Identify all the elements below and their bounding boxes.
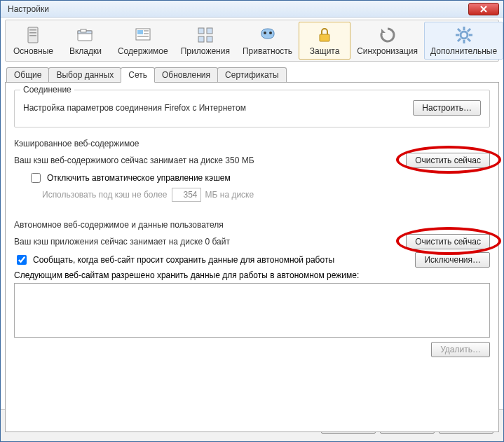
clear-offline-button[interactable]: Очистить сейчас	[406, 234, 490, 249]
override-cache-checkbox[interactable]: Отключить автоматическое управление кэше…	[28, 171, 231, 185]
svg-rect-13	[207, 28, 212, 34]
apps-icon	[181, 25, 230, 45]
svg-rect-3	[29, 35, 36, 36]
window-close-button[interactable]	[468, 3, 499, 15]
category-label: Приватность	[243, 46, 292, 56]
svg-rect-18	[320, 34, 329, 41]
tab-certificates[interactable]: Сертификаты	[217, 67, 287, 82]
category-label: Приложения	[181, 46, 230, 56]
lock-icon	[305, 25, 344, 45]
category-security[interactable]: Защита	[299, 22, 350, 60]
svg-rect-8	[137, 30, 143, 34]
group-title: Соединение	[20, 85, 74, 95]
group-title: Кэшированное веб-содержимое	[14, 139, 490, 149]
svg-point-16	[264, 32, 266, 34]
connection-group: Соединение Настройка параметров соединен…	[14, 90, 490, 127]
offline-exceptions-button[interactable]: Исключения…	[415, 252, 490, 268]
category-general[interactable]: Основные	[7, 22, 60, 60]
svg-rect-14	[198, 36, 204, 42]
svg-rect-6	[81, 29, 86, 32]
category-content[interactable]: Содержимое	[111, 22, 175, 60]
override-cache-input[interactable]	[31, 173, 41, 183]
category-label: Содержимое	[118, 46, 168, 56]
tab-general[interactable]: Общие	[6, 67, 49, 82]
cache-limit-prefix: Использовать под кэш не более	[42, 190, 168, 200]
svg-rect-2	[29, 32, 36, 34]
cache-group: Кэшированное веб-содержимое Ваш кэш веб-…	[14, 136, 490, 209]
category-label: Синхронизация	[357, 46, 418, 56]
svg-rect-15	[207, 36, 212, 42]
tab-network[interactable]: Сеть	[121, 67, 155, 83]
title-bar: Настройки	[1, 1, 503, 18]
privacy-icon	[243, 25, 292, 45]
category-advanced[interactable]: Дополнительные	[424, 22, 503, 60]
tabs-icon	[66, 25, 105, 45]
cache-status-text: Ваш кэш веб-содержимого сейчас занимает …	[14, 156, 254, 165]
svg-line-27	[458, 39, 461, 41]
svg-rect-11	[137, 36, 149, 37]
gear-icon	[430, 25, 497, 45]
offline-sites-list[interactable]	[14, 283, 490, 338]
sync-icon	[357, 25, 418, 45]
configure-connection-button[interactable]: Настроить…	[413, 100, 481, 116]
category-tabs[interactable]: Вкладки	[60, 22, 111, 60]
svg-line-25	[468, 39, 470, 41]
svg-line-24	[458, 29, 461, 32]
cache-limit-suffix: МБ на диске	[205, 190, 254, 200]
clear-cache-button[interactable]: Очистить сейчас	[406, 153, 490, 168]
svg-rect-12	[198, 28, 204, 34]
notify-offline-label: Сообщать, когда веб-сайт просит сохранит…	[33, 255, 334, 265]
svg-rect-1	[29, 29, 36, 31]
notify-offline-checkbox[interactable]: Сообщать, когда веб-сайт просит сохранит…	[14, 253, 334, 267]
advanced-tab-row: Общие Выбор данных Сеть Обновления Серти…	[5, 67, 499, 82]
cache-limit-input[interactable]	[172, 188, 201, 202]
category-toolbar: Основные Вкладки Содержимое Приложения	[5, 20, 499, 62]
close-icon	[480, 6, 487, 13]
network-tab-panel: Соединение Настройка параметров соединен…	[5, 82, 499, 432]
group-title: Автономное веб-содержимое и данные польз…	[14, 220, 490, 230]
svg-rect-10	[144, 33, 149, 34]
settings-window: Настройки Основные Вкладки	[0, 0, 504, 442]
window-title: Настройки	[8, 4, 468, 14]
tab-updates[interactable]: Обновления	[154, 67, 218, 82]
offline-status-text: Ваш кэш приложения сейчас занимает на ди…	[14, 237, 230, 247]
content-icon	[118, 25, 168, 45]
tab-data-choices[interactable]: Выбор данных	[48, 67, 121, 82]
offline-group: Автономное веб-содержимое и данные польз…	[14, 217, 490, 361]
svg-rect-9	[144, 30, 149, 32]
connection-description: Настройка параметров соединения Firefox …	[23, 103, 246, 113]
notify-offline-input[interactable]	[17, 255, 27, 265]
category-label: Основные	[13, 46, 53, 56]
general-icon	[13, 25, 53, 45]
category-sync[interactable]: Синхронизация	[350, 22, 424, 60]
category-label: Дополнительные	[430, 46, 497, 56]
override-cache-label: Отключить автоматическое управление кэше…	[47, 173, 231, 183]
svg-point-19	[461, 32, 468, 39]
content-area: Основные Вкладки Содержимое Приложения	[1, 18, 503, 436]
svg-line-26	[468, 29, 470, 32]
category-label: Вкладки	[66, 46, 105, 56]
category-privacy[interactable]: Приватность	[236, 22, 299, 60]
delete-offline-site-button[interactable]: Удалить…	[431, 342, 490, 357]
category-apps[interactable]: Приложения	[175, 22, 236, 60]
offline-sites-description: Следующим веб-сайтам разрешено хранить д…	[14, 270, 490, 280]
svg-point-17	[269, 32, 272, 34]
category-label: Защита	[305, 46, 344, 56]
